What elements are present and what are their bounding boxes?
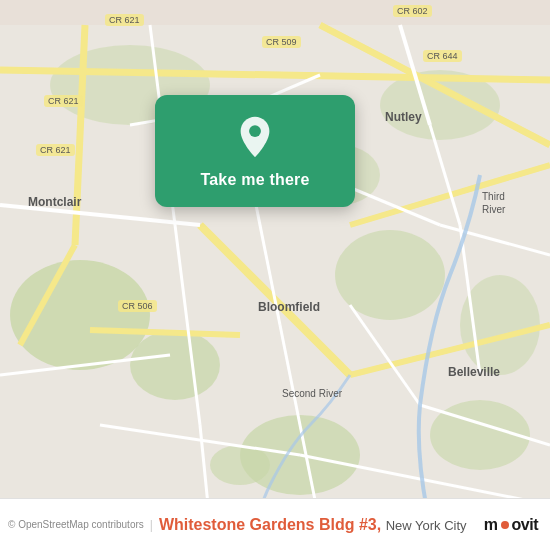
map-svg	[0, 0, 550, 550]
moovit-logo: m ovit	[484, 516, 538, 534]
svg-point-37	[249, 125, 261, 137]
map-label-second-river: Second River	[282, 388, 342, 399]
map-container: CR 621 CR 602 CR 509 CR 644 CR 621 CR 62…	[0, 0, 550, 550]
info-left: © OpenStreetMap contributors | Whiteston…	[8, 516, 467, 534]
map-label-belleville: Belleville	[448, 365, 500, 379]
road-label-cr644: CR 644	[423, 50, 462, 62]
take-me-there-button[interactable]: Take me there	[200, 171, 309, 189]
svg-point-2	[130, 330, 220, 400]
popup-card: Take me there	[155, 95, 355, 207]
map-label-montclair: Montclair	[28, 195, 81, 209]
copyright-text: © OpenStreetMap contributors	[8, 519, 144, 530]
road-label-cr621-mid: CR 621	[36, 144, 75, 156]
moovit-brand-text: m	[484, 516, 498, 534]
location-name: Whitestone Gardens Bldg #3,	[159, 516, 381, 533]
road-label-cr621-top: CR 621	[105, 14, 144, 26]
map-label-third-river: ThirdRiver	[482, 190, 505, 216]
road-label-cr506: CR 506	[118, 300, 157, 312]
location-label: Whitestone Gardens Bldg #3, New York Cit…	[159, 516, 467, 534]
location-pin-icon	[233, 115, 277, 159]
info-bar: © OpenStreetMap contributors | Whiteston…	[0, 498, 550, 550]
road-label-cr509: CR 509	[262, 36, 301, 48]
map-label-bloomfield: Bloomfield	[258, 300, 320, 314]
city-label: New York City	[386, 518, 467, 533]
road-label-cr602: CR 602	[393, 5, 432, 17]
road-label-cr621-left: CR 621	[44, 95, 83, 107]
moovit-dot	[501, 521, 509, 529]
moovit-brand-rest: ovit	[512, 516, 538, 534]
svg-point-9	[210, 445, 270, 485]
map-label-nutley: Nutley	[385, 110, 422, 124]
svg-point-1	[10, 260, 150, 370]
